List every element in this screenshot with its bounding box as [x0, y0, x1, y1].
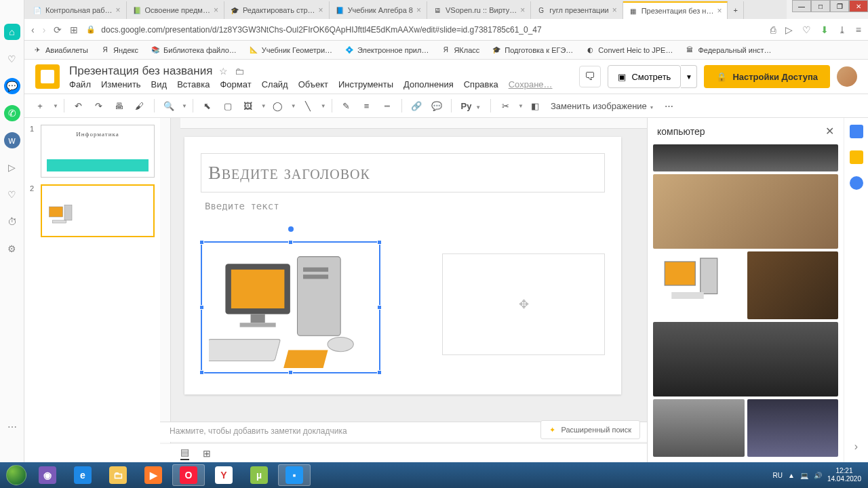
task-item[interactable]: e [66, 464, 99, 486]
bookmark-item[interactable]: 🎓Подготовка к ЕГЭ… [492, 45, 573, 55]
task-item[interactable]: ▪ [278, 464, 311, 486]
heart-icon[interactable]: ♡ [4, 186, 20, 203]
slides-logo-icon[interactable] [35, 64, 60, 89]
close-tab-icon[interactable]: × [214, 5, 218, 15]
comments-button[interactable]: 🗨 [579, 66, 601, 87]
speed-dial-button[interactable]: ⊞ [70, 24, 78, 35]
select-tool[interactable]: ⬉ [199, 97, 216, 115]
history-icon[interactable]: ⏱ [4, 214, 20, 230]
download-icon[interactable]: ⬇ [821, 24, 829, 35]
undo-button[interactable]: ↶ [70, 97, 87, 115]
zoom-button[interactable]: 🔍 [160, 97, 178, 115]
play-icon[interactable]: ▷ [4, 159, 20, 176]
browser-tab[interactable]: 🖥VSopen.ru :: Вирту…× [427, 1, 531, 19]
menu-item[interactable]: Формат [220, 79, 251, 89]
advanced-search-button[interactable]: ✦ Расширенный поиск [540, 420, 640, 439]
resize-handle[interactable] [199, 240, 204, 245]
image-result[interactable] [747, 399, 839, 457]
move-folder-icon[interactable]: 🗀 [235, 66, 244, 77]
explore-search-term[interactable]: компьютер [657, 126, 825, 137]
menu-item[interactable]: Вставка [177, 79, 210, 89]
new-slide-button[interactable]: + [31, 97, 49, 115]
close-tab-icon[interactable]: × [717, 6, 722, 16]
slide-thumb-1[interactable]: Информатика [41, 125, 155, 178]
replace-image-button[interactable]: Заменить изображение ▾ [547, 101, 657, 111]
paint-format-button[interactable]: 🖌 [131, 97, 149, 115]
bookmark-heart-icon[interactable]: ♡ [4, 51, 20, 67]
image-result[interactable] [653, 322, 838, 396]
resize-handle[interactable] [377, 240, 382, 245]
close-window-button[interactable]: ✕ [849, 0, 868, 12]
text-placeholder[interactable]: Введите текст [201, 201, 605, 211]
bookmark-item[interactable]: ◐Convert Heic to JPE… [585, 45, 673, 55]
menu-item[interactable]: Вид [151, 79, 167, 89]
bookmark-item[interactable]: 🏛Федеральный инст… [685, 45, 771, 55]
more-icon[interactable]: ⋯ [4, 419, 20, 435]
image-result[interactable] [747, 251, 839, 319]
border-color-button[interactable]: ✎ [338, 97, 355, 115]
easy-setup-icon[interactable]: ≡ [856, 24, 861, 35]
canvas-area[interactable]: Введите заголовок Введите текст [160, 118, 647, 462]
close-tab-icon[interactable]: × [520, 5, 525, 15]
browser-tab[interactable]: 📄Контрольная раб…× [27, 1, 127, 19]
bookmark-item[interactable]: 💠Электронное прил… [344, 45, 429, 55]
start-button[interactable] [3, 464, 30, 486]
menu-item[interactable]: Объект [298, 79, 328, 89]
browser-tab[interactable]: 📘Учебник Алгебра 8× [330, 1, 427, 19]
menu-item[interactable]: Изменить [101, 79, 141, 89]
slide-canvas[interactable]: Введите заголовок Введите текст [184, 137, 621, 394]
textbox-tool[interactable]: ▢ [219, 97, 237, 115]
send-icon[interactable]: ▷ [785, 24, 793, 35]
comment-button[interactable]: 💬 [428, 97, 446, 115]
menu-item[interactable]: Слайд [262, 79, 288, 89]
rotate-handle[interactable] [288, 226, 294, 232]
vk-icon[interactable]: w [4, 132, 20, 148]
browser-tab[interactable]: 🎓Редактировать стр…× [224, 1, 330, 19]
calendar-icon[interactable] [850, 125, 863, 138]
selected-image[interactable] [201, 241, 380, 373]
tray-network-icon[interactable]: 💻 [800, 472, 808, 479]
slide-thumb-2[interactable] [41, 184, 155, 237]
tray-clock[interactable]: 12:21 14.04.2020 [827, 467, 861, 483]
line-tool[interactable]: ╲ [299, 97, 317, 115]
menu-item[interactable]: Дополнения [403, 79, 454, 89]
menu-item[interactable]: Инструменты [338, 79, 393, 89]
image-result[interactable] [653, 144, 838, 171]
task-item[interactable]: ▶ [137, 464, 170, 486]
border-dash-button[interactable]: ┉ [378, 97, 396, 115]
tray-lang[interactable]: RU [773, 472, 783, 479]
star-icon[interactable]: ☆ [219, 66, 228, 77]
present-dropdown[interactable]: ▼ [681, 65, 697, 88]
task-item[interactable]: 🗀 [102, 464, 134, 486]
menu-item[interactable]: Справка [464, 79, 498, 89]
bookmark-item[interactable]: 📐Учебник Геометри… [249, 45, 332, 55]
settings-icon[interactable]: ⚙ [4, 241, 20, 257]
link-button[interactable]: 🔗 [408, 97, 425, 115]
messenger-icon[interactable]: 💬 [4, 78, 20, 94]
crop-button[interactable]: ✂ [496, 97, 514, 115]
bookmark-item[interactable]: ЯЯКласс [441, 45, 479, 55]
opera-home-icon[interactable]: ⌂ [4, 24, 20, 40]
close-tab-icon[interactable]: × [612, 5, 617, 15]
shape-tool[interactable]: ◯ [269, 97, 287, 115]
image-result[interactable] [653, 399, 745, 457]
task-item[interactable]: Y [208, 464, 240, 486]
share-button[interactable]: 🔒 Настройки Доступа [704, 65, 830, 88]
forward-button[interactable]: › [43, 24, 46, 35]
close-explore-button[interactable]: ✕ [825, 125, 834, 138]
menu-item[interactable]: Файл [69, 79, 91, 89]
heart-addr-icon[interactable]: ♡ [802, 24, 811, 35]
browser-tab[interactable]: 📗Освоение предм…× [127, 1, 224, 19]
title-placeholder[interactable]: Введите заголовок [201, 153, 605, 192]
browser-tab[interactable]: Gгугл презентации× [531, 1, 623, 19]
task-opera[interactable]: O [172, 464, 205, 486]
tray-flag-icon[interactable]: ▲ [788, 472, 795, 479]
hide-side-panel-button[interactable]: › [850, 441, 863, 454]
resize-handle[interactable] [199, 305, 204, 310]
url-field[interactable]: 🔒 docs.google.com/presentation/d/1z8Y3GW… [86, 25, 762, 35]
more-toolbar-button[interactable]: ⋯ [660, 97, 677, 115]
keep-icon[interactable] [850, 150, 863, 164]
close-tab-icon[interactable]: × [116, 5, 121, 15]
present-button[interactable]: ▣ Смотреть [608, 65, 681, 88]
screenshot-icon[interactable]: ⎙ [770, 24, 776, 35]
